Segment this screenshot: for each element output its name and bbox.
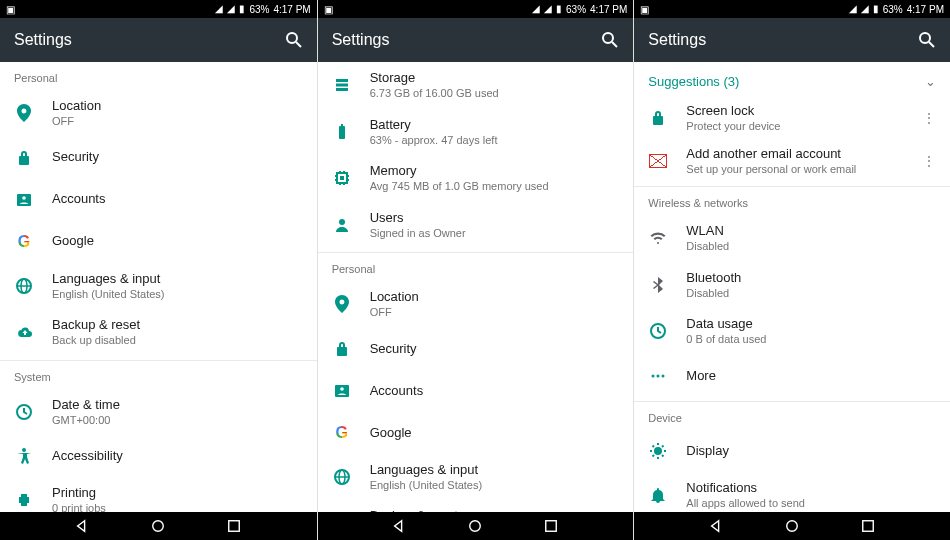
row-users[interactable]: UsersSigned in as Owner (318, 202, 634, 249)
nav-bar (318, 512, 634, 540)
nav-recent[interactable] (226, 518, 242, 534)
globe-icon (14, 276, 34, 296)
clock: 4:17 PM (907, 4, 944, 15)
gmail-icon (648, 151, 668, 171)
backup-icon (14, 322, 34, 342)
row-notifications[interactable]: NotificationsAll apps allowed to send (634, 472, 950, 512)
pane-1: ▣ ◢ ◢ ▮ 63% 4:17 PM Settings Personal Lo… (0, 0, 317, 540)
clock-icon (14, 402, 34, 422)
row-printing[interactable]: Printing0 print jobs (0, 477, 317, 512)
search-icon[interactable] (601, 31, 619, 49)
row-backup[interactable]: Backup & resetBack up disabled (318, 500, 634, 512)
section-personal: Personal (0, 62, 317, 90)
row-languages[interactable]: Languages & inputEnglish (United States) (318, 454, 634, 501)
lock-icon (14, 148, 34, 168)
row-google[interactable]: G Google (318, 412, 634, 454)
accounts-icon (332, 381, 352, 401)
battery-icon (332, 122, 352, 142)
nav-home[interactable] (784, 518, 800, 534)
row-screen-lock[interactable]: Screen lockProtect your device ⋮ (634, 97, 950, 140)
globe-icon (332, 467, 352, 487)
overflow-icon[interactable]: ⋮ (922, 154, 936, 168)
notification-icon: ▣ (324, 4, 333, 15)
print-icon (14, 490, 34, 510)
status-bar: ▣ ◢ ◢ ▮ 63% 4:17 PM (0, 0, 317, 18)
row-location[interactable]: LocationOFF (0, 90, 317, 137)
row-security[interactable]: Security (318, 328, 634, 370)
section-wireless: Wireless & networks (634, 187, 950, 215)
nav-home[interactable] (150, 518, 166, 534)
row-memory[interactable]: MemoryAvg 745 MB of 1.0 GB memory used (318, 155, 634, 202)
action-bar: Settings (0, 18, 317, 62)
nav-bar (634, 512, 950, 540)
signal-icon: ◢ (861, 4, 869, 14)
search-icon[interactable] (285, 31, 303, 49)
nav-back[interactable] (708, 518, 724, 534)
nav-recent[interactable] (543, 518, 559, 534)
chevron-down-icon: ⌄ (925, 74, 936, 89)
row-more[interactable]: More (634, 355, 950, 397)
row-data-usage[interactable]: Data usage0 B of data used (634, 308, 950, 355)
row-accounts[interactable]: Accounts (0, 179, 317, 221)
display-icon (648, 441, 668, 461)
row-display[interactable]: Display (634, 430, 950, 472)
battery-icon: ▮ (873, 4, 879, 14)
lock-icon (332, 339, 352, 359)
signal-icon: ◢ (215, 4, 223, 14)
section-system: System (0, 361, 317, 389)
row-accessibility[interactable]: Accessibility (0, 435, 317, 477)
data-usage-icon (648, 321, 668, 341)
accessibility-icon (14, 446, 34, 466)
notification-icon: ▣ (6, 4, 15, 15)
row-security[interactable]: Security (0, 137, 317, 179)
google-icon: G (332, 423, 352, 443)
battery-percent: 63% (883, 4, 903, 15)
bell-icon (648, 485, 668, 505)
row-add-email[interactable]: Add another email accountSet up your per… (634, 140, 950, 183)
search-icon[interactable] (918, 31, 936, 49)
page-title: Settings (648, 31, 706, 49)
memory-icon (332, 168, 352, 188)
page-title: Settings (332, 31, 390, 49)
signal-icon: ◢ (544, 4, 552, 14)
clock: 4:17 PM (273, 4, 310, 15)
section-personal: Personal (318, 253, 634, 281)
suggestions-header[interactable]: Suggestions (3) ⌄ (634, 62, 950, 97)
row-backup[interactable]: Backup & resetBack up disabled (0, 309, 317, 356)
user-icon (332, 215, 352, 235)
nav-home[interactable] (467, 518, 483, 534)
section-device: Device (634, 402, 950, 430)
more-icon (648, 366, 668, 386)
notification-icon: ▣ (640, 4, 649, 15)
action-bar: Settings (634, 18, 950, 62)
nav-back[interactable] (391, 518, 407, 534)
action-bar: Settings (318, 18, 634, 62)
battery-icon: ▮ (239, 4, 245, 14)
row-storage[interactable]: Storage6.73 GB of 16.00 GB used (318, 62, 634, 109)
bluetooth-icon (648, 275, 668, 295)
battery-percent: 63% (249, 4, 269, 15)
pane-3: ▣ ◢ ◢ ▮ 63% 4:17 PM Settings Suggestions… (633, 0, 950, 540)
google-icon: G (14, 232, 34, 252)
row-bluetooth[interactable]: BluetoothDisabled (634, 262, 950, 309)
location-icon (14, 103, 34, 123)
page-title: Settings (14, 31, 72, 49)
wifi-icon (648, 228, 668, 248)
location-icon (332, 294, 352, 314)
signal-icon: ◢ (849, 4, 857, 14)
row-accounts[interactable]: Accounts (318, 370, 634, 412)
row-languages[interactable]: Languages & inputEnglish (United States) (0, 263, 317, 310)
row-wlan[interactable]: WLANDisabled (634, 215, 950, 262)
row-battery[interactable]: Battery63% - approx. 47 days left (318, 109, 634, 156)
nav-back[interactable] (74, 518, 90, 534)
storage-icon (332, 75, 352, 95)
battery-percent: 63% (566, 4, 586, 15)
nav-recent[interactable] (860, 518, 876, 534)
status-bar: ▣ ◢ ◢ ▮ 63% 4:17 PM (634, 0, 950, 18)
battery-icon: ▮ (556, 4, 562, 14)
row-datetime[interactable]: Date & timeGMT+00:00 (0, 389, 317, 436)
clock: 4:17 PM (590, 4, 627, 15)
overflow-icon[interactable]: ⋮ (922, 111, 936, 125)
row-google[interactable]: G Google (0, 221, 317, 263)
row-location[interactable]: LocationOFF (318, 281, 634, 328)
